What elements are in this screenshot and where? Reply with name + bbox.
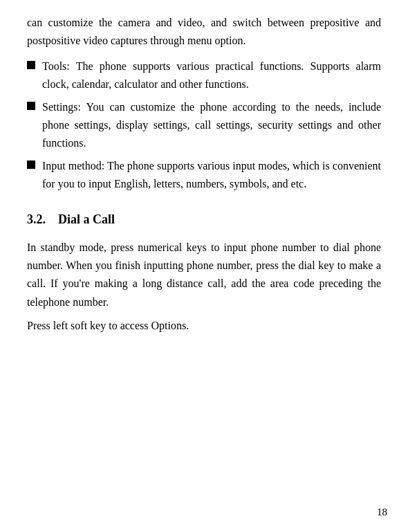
section-title: Dial a Call — [58, 212, 115, 226]
page-number: 18 — [377, 504, 387, 520]
section-body-1: In standby mode, press numerical keys to… — [27, 239, 381, 312]
intro-paragraph: can customize the camera and video, and … — [27, 14, 381, 51]
section-heading: 3.2. Dial a Call — [27, 210, 381, 229]
input-text: Input method: The phone supports various… — [42, 157, 381, 194]
section-body-2: Press left soft key to access Options. — [27, 317, 381, 335]
section-number: 3.2. — [27, 212, 46, 226]
bullet-icon — [27, 102, 35, 110]
list-item: Settings: You can customize the phone ac… — [27, 98, 381, 153]
tools-text: Tools: The phone supports various practi… — [42, 57, 381, 94]
bullet-icon — [27, 61, 35, 69]
list-item: Input method: The phone supports various… — [27, 157, 381, 194]
bullet-icon — [27, 160, 35, 169]
settings-text: Settings: You can customize the phone ac… — [42, 98, 381, 153]
bullet-list: Tools: The phone supports various practi… — [27, 57, 381, 194]
list-item: Tools: The phone supports various practi… — [27, 57, 381, 94]
page-container: can customize the camera and video, and … — [0, 0, 408, 532]
